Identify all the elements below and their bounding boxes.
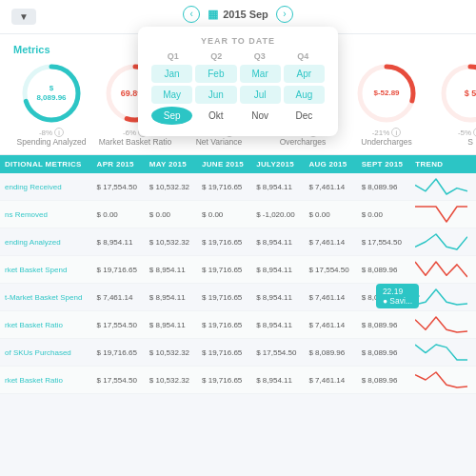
row-value: $ 19,716.65 [92,256,145,284]
calendar-icon: ▦ [208,8,218,21]
table-header-row: DITIONAL METRICS APR 2015 MAY 2015 JUNE … [0,155,476,173]
current-date-label: 2015 Sep [223,9,268,20]
row-value: $ 7,461.14 [304,284,356,311]
row-value: $ 8,954.11 [251,311,304,339]
row-value: $ 7,461.14 [92,284,145,311]
date-nav: ‹ ▦ 2015 Sep › [138,6,338,23]
row-value: $ 8,954.11 [251,284,304,311]
trend-cell [410,228,476,256]
th-trend: TREND [410,155,476,173]
table-section-wrapper: DITIONAL METRICS APR 2015 MAY 2015 JUNE … [0,155,476,394]
top-bar: ▼ ‹ ▦ 2015 Sep › YEAR TO DATE Q1 Q2 Q3 Q… [0,0,476,34]
table-row: rket Basket Spend$ 19,716.65$ 8,954.11$ … [0,256,476,284]
row-value: $ 7,461.14 [304,367,356,394]
row-value: $ 0.00 [304,201,356,228]
month-grid: Jan Feb Mar Apr May Jun Jul Aug Sep Okt … [151,65,325,125]
row-label: rket Basket Ratio [0,367,92,394]
th-sept: SEPT 2015 [357,155,411,173]
metric-circle-undercharges: $-52.89 [356,63,417,124]
row-value: $ 8,089.96 [357,256,411,284]
month-feb[interactable]: Feb [195,65,236,83]
s-value: $ 5 [465,89,476,99]
row-value: $ 7,461.14 [304,173,356,201]
date-picker-container: ‹ ▦ 2015 Sep › YEAR TO DATE Q1 Q2 Q3 Q4 … [138,6,338,136]
spending-value: $ 8,089.96 [36,84,67,102]
row-label: of SKUs Purchased [0,339,92,367]
th-apr: APR 2015 [92,155,145,173]
row-value: $ 8,089.96 [357,367,411,394]
dropdown-button[interactable]: ▼ [11,9,36,25]
month-nov[interactable]: Nov [240,107,281,125]
th-aug: AUG 2015 [304,155,356,173]
row-value: $ 7,461.14 [304,228,356,256]
undercharges-value: $-52.89 [373,89,399,98]
spending-label: Spending Analyzed [17,137,87,147]
q1-label: Q1 [151,51,195,61]
row-value: $ 19,716.65 [197,256,251,284]
month-sep[interactable]: Sep [151,107,192,125]
month-apr[interactable]: Apr [284,65,325,83]
metric-card-spending-analyzed: $ 8,089.96 -8% i Spending Analyzed [13,63,89,147]
s-pct: -5% i [458,128,476,137]
table-row: ending Analyzed$ 8,954.11$ 10,532.32$ 19… [0,228,476,256]
month-aug[interactable]: Aug [284,86,325,104]
row-value: $ 8,089.96 [304,339,356,367]
row-value: $ 8,954.11 [251,367,304,394]
month-jul[interactable]: Jul [240,86,281,104]
row-value: $ 19,716.65 [197,228,251,256]
row-label: t-Market Basket Spend [0,284,92,311]
row-value: $ 19,716.65 [197,173,251,201]
month-jun[interactable]: Jun [195,86,236,104]
row-value: $ 8,089.96 [357,311,411,339]
row-value: $ 8,089.96 [357,173,411,201]
row-label: ns Removed [0,201,92,228]
metric-card-undercharges: $-52.89 -21% i Undercharges [348,63,425,147]
month-may[interactable]: May [151,86,192,104]
row-value: $ 0.00 [92,201,145,228]
row-value: $ 10,532.32 [145,228,197,256]
th-june: JUNE 2015 [197,155,251,173]
row-value: $ 8,954.11 [251,256,304,284]
row-value: $ 17,554.50 [92,367,145,394]
table-row: of SKUs Purchased$ 19,716.65$ 10,532.32$… [0,339,476,367]
table-row: t-Market Basket Spend$ 7,461.14$ 8,954.1… [0,284,476,311]
month-oct[interactable]: Okt [195,107,236,125]
row-value: $ 8,954.11 [251,228,304,256]
variance-label: Net Variance [196,137,243,147]
month-dec[interactable]: Dec [284,107,325,125]
row-value: $ 19,716.65 [197,367,251,394]
row-label: rket Basket Ratio [0,311,92,339]
month-mar[interactable]: Mar [240,65,281,83]
row-value: $ 0.00 [145,201,197,228]
date-nav-label: ▦ 2015 Sep [208,8,268,21]
row-label: ending Received [0,173,92,201]
row-value: $ -1,020.00 [251,201,304,228]
row-value: $ 0.00 [357,201,411,228]
trend-cell [410,201,476,228]
row-value: $ 10,532.32 [145,367,197,394]
ytd-label: YEAR TO DATE [151,36,325,46]
row-value: $ 0.00 [197,201,251,228]
row-value: $ 8,954.11 [145,256,197,284]
th-july: JULY2015 [251,155,304,173]
metric-circle-s: $ 5 [440,63,476,124]
row-value: $ 8,954.11 [92,228,145,256]
q2-label: Q2 [195,51,239,61]
calendar-popup: YEAR TO DATE Q1 Q2 Q3 Q4 Jan Feb Mar Apr… [138,27,338,136]
trend-cell [410,311,476,339]
row-value: $ 8,954.11 [251,173,304,201]
spending-info-icon[interactable]: i [54,128,64,137]
row-value: $ 17,554.50 [304,256,356,284]
trend-cell [410,173,476,201]
row-value: $ 17,554.50 [92,311,145,339]
row-label: ending Analyzed [0,228,92,256]
undercharges-info-icon[interactable]: i [391,128,401,137]
prev-month-button[interactable]: ‹ [183,6,200,23]
row-value: $ 8,954.11 [145,311,197,339]
month-jan[interactable]: Jan [151,65,192,83]
metrics-table: DITIONAL METRICS APR 2015 MAY 2015 JUNE … [0,155,476,394]
table-row: rket Basket Ratio$ 17,554.50$ 8,954.11$ … [0,311,476,339]
basket-label: Market Basket Ratio [99,137,172,147]
row-value: $ 10,532.32 [145,173,197,201]
next-month-button[interactable]: › [276,6,293,23]
